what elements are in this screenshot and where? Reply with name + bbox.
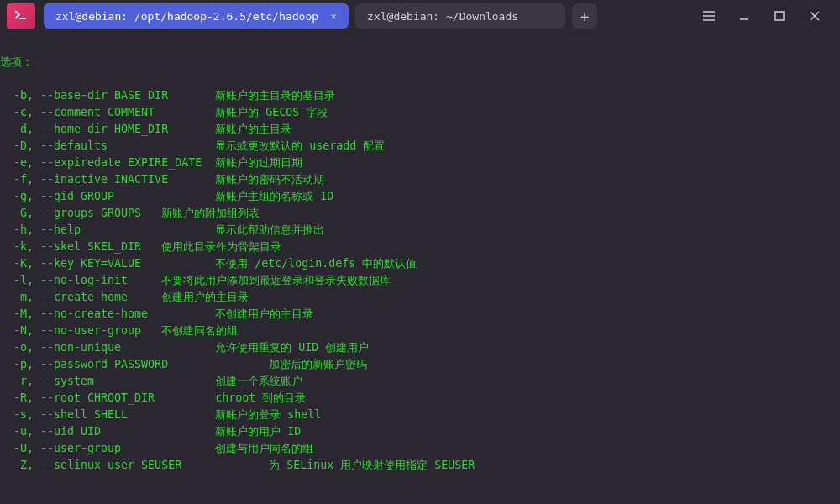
minimize-button[interactable] <box>738 9 751 23</box>
option-line: -G, --groups GROUPS 新账户的附加组列表 <box>0 205 840 222</box>
option-desc: 创建用户的主目录 <box>161 291 249 303</box>
option-line: -u, --uid UID 新账户的用户 ID <box>0 423 840 440</box>
option-line: -e, --expiredate EXPIRE_DATE 新账户的过期日期 <box>0 155 840 171</box>
option-line: -f, --inactive INACTIVE 新账户的密码不活动期 <box>0 171 840 188</box>
option-desc: 新账户主组的名称或 ID <box>215 190 333 202</box>
new-tab-button[interactable]: + <box>572 3 597 29</box>
option-desc: 为 SELinux 用户映射使用指定 SEUSER <box>269 459 475 471</box>
option-line: -k, --skel SKEL_DIR 使用此目录作为骨架目录 <box>0 239 840 255</box>
hamburger-icon <box>702 10 716 22</box>
option-desc: chroot 到的目录 <box>215 391 306 404</box>
option-desc: 允许使用重复的 UID 创建用户 <box>215 341 369 354</box>
option-line: -Z, --selinux-user SEUSER 为 SELinux 用户映射… <box>0 457 840 474</box>
terminal-viewport[interactable]: 选项： -b, --base-dir BASE_DIR 新账户的主目录的基目录 … <box>0 32 840 504</box>
close-icon <box>809 10 821 22</box>
option-line: -c, --comment COMMENT 新账户的 GECOS 字段 <box>0 104 840 121</box>
close-icon[interactable]: ✕ <box>327 9 340 23</box>
option-flags: -U, --user-group <box>0 442 215 454</box>
option-flags: -g, --gid GROUP <box>0 190 215 202</box>
option-line: -m, --create-home 创建用户的主目录 <box>0 289 840 306</box>
option-flags: -o, --non-unique <box>0 341 215 354</box>
option-line: -b, --base-dir BASE_DIR 新账户的主目录的基目录 <box>0 87 840 104</box>
option-flags: -N, --no-user-group <box>0 324 161 337</box>
option-flags: -c, --comment COMMENT <box>0 106 215 118</box>
option-flags: -Z, --selinux-user SEUSER <box>0 459 269 471</box>
tab-title: zxl@debian: ~/Downloads <box>367 10 518 23</box>
option-flags: -s, --shell SHELL <box>0 408 215 421</box>
option-line: -N, --no-user-group 不创建同名的组 <box>0 323 840 339</box>
option-desc: 显示或更改默认的 useradd 配置 <box>215 139 385 152</box>
menu-button[interactable] <box>702 9 716 23</box>
option-flags: -G, --groups GROUPS <box>0 207 161 219</box>
option-flags: -R, --root CHROOT_DIR <box>0 391 215 404</box>
option-flags: -e, --expiredate EXPIRE_DATE <box>0 156 215 169</box>
option-line: -d, --home-dir HOME_DIR 新账户的主目录 <box>0 121 840 138</box>
tab-inactive[interactable]: zxl@debian: ~/Downloads <box>355 3 565 29</box>
option-line: -D, --defaults 显示或更改默认的 useradd 配置 <box>0 138 840 155</box>
option-desc: 加密后的新账户密码 <box>269 358 367 370</box>
option-desc: 创建一个系统账户 <box>215 375 302 387</box>
app-icon <box>7 3 35 29</box>
option-desc: 新账户的主目录 <box>215 123 291 135</box>
option-flags: -l, --no-log-init <box>0 274 161 286</box>
option-desc: 不使用 /etc/login.defs 中的默认值 <box>215 257 417 270</box>
option-desc: 不创建用户的主目录 <box>215 307 313 320</box>
option-desc: 不创建同名的组 <box>161 324 238 337</box>
option-line: -s, --shell SHELL 新账户的登录 shell <box>0 407 840 423</box>
option-desc: 新账户的 GECOS 字段 <box>215 106 328 118</box>
option-flags: -p, --password PASSWORD <box>0 358 269 370</box>
option-desc: 不要将此用户添加到最近登录和登录失败数据库 <box>161 274 391 286</box>
option-line: -l, --no-log-init 不要将此用户添加到最近登录和登录失败数据库 <box>0 272 840 289</box>
option-line: -o, --non-unique 允许使用重复的 UID 创建用户 <box>0 339 840 356</box>
option-desc: 新账户的登录 shell <box>215 408 321 421</box>
option-desc: 新账户的密码不活动期 <box>215 173 324 186</box>
maximize-icon <box>774 10 785 22</box>
options-header: 选项： <box>0 54 840 71</box>
option-flags: -D, --defaults <box>0 139 215 152</box>
option-line: -M, --no-create-home 不创建用户的主目录 <box>0 306 840 323</box>
option-flags: -m, --create-home <box>0 291 161 303</box>
close-button[interactable] <box>808 9 822 23</box>
option-desc: 创建与用户同名的组 <box>215 442 313 454</box>
option-desc: 使用此目录作为骨架目录 <box>161 240 281 253</box>
option-line: -h, --help 显示此帮助信息并推出 <box>0 222 840 239</box>
option-flags: -h, --help <box>0 223 215 236</box>
tab-strip: zxl@debian: /opt/hadoop-2.6.5/etc/hadoop… <box>44 3 597 29</box>
option-flags: -r, --system <box>0 375 215 387</box>
option-flags: -u, --uid UID <box>0 425 215 438</box>
maximize-button[interactable] <box>773 9 786 23</box>
titlebar: zxl@debian: /opt/hadoop-2.6.5/etc/hadoop… <box>0 0 840 32</box>
plus-icon: + <box>580 8 590 25</box>
minimize-icon <box>738 10 750 22</box>
option-desc: 新账户的主目录的基目录 <box>215 89 335 102</box>
option-flags: -f, --inactive INACTIVE <box>0 173 215 186</box>
option-line: -R, --root CHROOT_DIR chroot 到的目录 <box>0 390 840 407</box>
option-flags: -k, --skel SKEL_DIR <box>0 240 161 253</box>
option-flags: -K, --key KEY=VALUE <box>0 257 215 270</box>
tab-active[interactable]: zxl@debian: /opt/hadoop-2.6.5/etc/hadoop… <box>44 3 349 29</box>
option-line: -g, --gid GROUP 新账户主组的名称或 ID <box>0 188 840 205</box>
window-controls <box>702 9 833 23</box>
option-desc: 新账户的用户 ID <box>215 425 301 438</box>
option-line: -p, --password PASSWORD 加密后的新账户密码 <box>0 356 840 373</box>
option-desc: 新账户的过期日期 <box>215 156 302 169</box>
option-line: -r, --system 创建一个系统账户 <box>0 373 840 390</box>
option-line: -U, --user-group 创建与用户同名的组 <box>0 440 840 457</box>
option-flags: -d, --home-dir HOME_DIR <box>0 123 215 135</box>
option-desc: 新账户的附加组列表 <box>161 207 260 219</box>
option-line: -K, --key KEY=VALUE 不使用 /etc/login.defs … <box>0 255 840 272</box>
option-flags: -b, --base-dir BASE_DIR <box>0 89 215 102</box>
tab-title: zxl@debian: /opt/hadoop-2.6.5/etc/hadoop <box>55 10 318 23</box>
svg-rect-5 <box>775 12 784 20</box>
option-desc: 显示此帮助信息并推出 <box>215 223 324 236</box>
terminal-icon <box>13 8 29 24</box>
option-flags: -M, --no-create-home <box>0 307 215 320</box>
